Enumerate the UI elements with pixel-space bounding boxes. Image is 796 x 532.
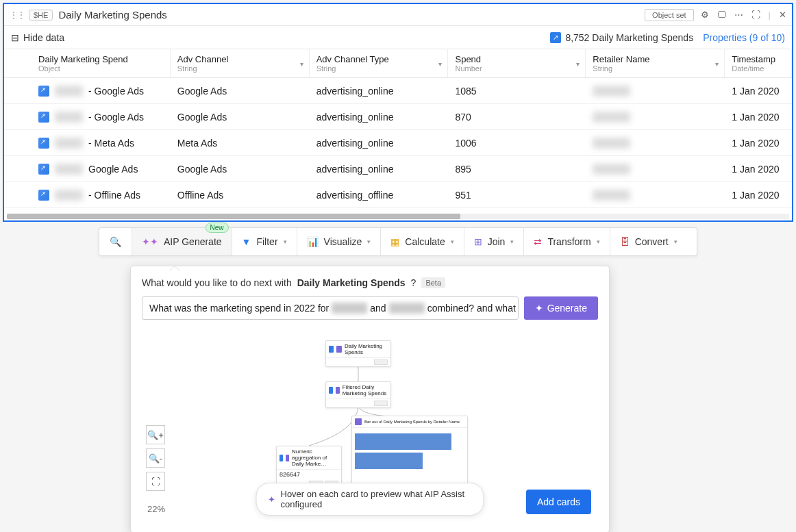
hint-text: Hover on each card to preview what AIP A… xyxy=(281,489,473,509)
redacted-text: xxx xyxy=(55,190,83,201)
zoom-in-button[interactable]: 🔍+ xyxy=(146,425,165,444)
close-icon[interactable]: ✕ xyxy=(779,10,786,20)
transform-icon: ⇄ xyxy=(534,236,542,247)
table-row[interactable]: xxx- Meta Ads Meta Ads advertising_onlin… xyxy=(4,130,792,156)
object-icon: ↗ xyxy=(550,32,561,43)
preview-card-source[interactable]: Daily Marketing Spends xyxy=(325,340,391,367)
col-header-retailer[interactable]: Retailer Name String ▾ xyxy=(586,49,725,77)
join-icon: ⊞ xyxy=(474,236,482,247)
join-button[interactable]: ⊞ Join ▾ xyxy=(464,228,525,255)
cell-channel-type: advertising_online xyxy=(310,86,449,97)
cell-timestamp: 1 Jan 2020 xyxy=(725,112,792,123)
transform-button[interactable]: ⇄ Transform ▾ xyxy=(524,228,610,255)
drag-handle-icon[interactable]: ⋮⋮ xyxy=(10,10,25,20)
redacted-text: xxx xyxy=(55,138,83,149)
database-icon: 🗄 xyxy=(620,236,630,247)
sparkle-icon: ✦ xyxy=(268,494,275,505)
hide-data-label: Hide data xyxy=(23,32,64,43)
convert-label: Convert xyxy=(635,236,669,247)
calculator-icon: ▦ xyxy=(390,236,399,247)
ai-icon xyxy=(336,346,341,353)
beta-badge: Beta xyxy=(421,277,445,288)
expand-icon[interactable]: ⛶ xyxy=(751,10,760,20)
cell-spend: 870 xyxy=(448,112,586,123)
redacted-text: xxxx xyxy=(332,303,367,314)
object-icon xyxy=(38,112,49,123)
table-row[interactable]: xxx- Offline Ads Offline Ads advertising… xyxy=(4,182,792,208)
cell-channel: Google Ads xyxy=(171,164,310,175)
horizontal-scrollbar[interactable] xyxy=(7,214,789,219)
visualize-button[interactable]: 📊 Visualize ▾ xyxy=(297,228,382,255)
row-count: ↗ 8,752 Daily Marketing Spends xyxy=(550,32,693,43)
zoom-controls: 🔍+ 🔍- ⛶ xyxy=(146,425,165,491)
monitor-icon[interactable]: 🖵 xyxy=(717,10,726,20)
add-cards-button[interactable]: Add cards xyxy=(526,490,591,514)
chevron-down-icon[interactable]: ▾ xyxy=(715,60,719,67)
gear-icon[interactable]: ⚙ xyxy=(701,10,709,20)
redacted-text: xxxxx xyxy=(593,190,630,201)
cell-timestamp: 1 Jan 2020 xyxy=(725,86,792,97)
panel-title: Daily Marketing Spends xyxy=(58,9,645,21)
data-table: Daily Marketing Spend Object Adv Channel… xyxy=(4,49,792,220)
search-button[interactable]: 🔍 xyxy=(99,228,132,255)
join-label: Join xyxy=(488,236,506,247)
data-panel: ⋮⋮ $HE Daily Marketing Spends Object set… xyxy=(3,3,793,222)
preview-canvas[interactable]: Daily Marketing Spends Filtered Daily Ma… xyxy=(142,328,598,521)
cell-object: - Offline Ads xyxy=(88,190,140,201)
hide-data-toggle[interactable]: ⊟ Hide data xyxy=(11,32,64,43)
collapse-icon: ⊟ xyxy=(11,32,19,43)
cell-channel: Offline Ads xyxy=(171,190,310,201)
aip-generate-button[interactable]: ✦✦ AIP Generate New xyxy=(132,228,232,255)
query-input[interactable]: What was the marketing spend in 2022 for… xyxy=(142,296,519,320)
ticker-badge: $HE xyxy=(29,10,53,21)
col-header-object[interactable]: Daily Marketing Spend Object xyxy=(4,49,171,77)
generate-label: Generate xyxy=(547,303,587,314)
table-row[interactable]: xxx- Google Ads Google Ads advertising_o… xyxy=(4,104,792,130)
chevron-down-icon[interactable]: ▾ xyxy=(576,60,580,67)
filter-button[interactable]: ▼ Filter ▾ xyxy=(232,228,297,255)
aip-label: AIP Generate xyxy=(164,236,222,247)
cell-object: - Meta Ads xyxy=(88,138,134,149)
zoom-percentage: 22% xyxy=(147,504,165,514)
scrollbar-thumb[interactable] xyxy=(7,214,460,219)
chevron-down-icon: ▾ xyxy=(597,238,600,245)
column-headers: Daily Marketing Spend Object Adv Channel… xyxy=(4,49,792,78)
preview-card-filtered[interactable]: Filtered Daily Marketing Spends xyxy=(325,381,391,408)
object-icon xyxy=(38,86,49,97)
chevron-down-icon[interactable]: ▾ xyxy=(438,60,442,67)
ai-icon xyxy=(286,455,289,461)
col-header-timestamp[interactable]: Timestamp Date/time xyxy=(725,49,792,77)
table-row[interactable]: xxxGoogle Ads Google Ads advertising_onl… xyxy=(4,156,792,182)
chevron-down-icon: ▾ xyxy=(451,238,454,245)
sparkle-icon: ✦ xyxy=(535,303,543,314)
preview-card-aggregation[interactable]: Numeric aggregation of Daily Marke… 8266… xyxy=(276,446,342,488)
search-icon: 🔍 xyxy=(110,236,121,247)
col-header-channel[interactable]: Adv Channel String ▾ xyxy=(171,49,310,77)
cell-spend: 1006 xyxy=(448,138,586,149)
chevron-down-icon[interactable]: ▾ xyxy=(300,60,303,67)
zoom-out-button[interactable]: 🔍- xyxy=(146,448,165,468)
properties-link[interactable]: Properties (9 of 10) xyxy=(703,32,785,43)
chevron-down-icon: ▾ xyxy=(284,238,287,245)
transform-label: Transform xyxy=(547,236,590,247)
convert-button[interactable]: 🗄 Convert ▾ xyxy=(610,228,687,255)
zoom-fit-button[interactable]: ⛶ xyxy=(146,472,165,491)
object-icon xyxy=(38,138,49,149)
redacted-text: xxx xyxy=(55,164,83,175)
col-header-spend[interactable]: Spend Number ▾ xyxy=(448,49,586,77)
col-header-channel-type[interactable]: Adv Channel Type String ▾ xyxy=(310,49,449,77)
calculate-button[interactable]: ▦ Calculate ▾ xyxy=(381,228,464,255)
more-icon[interactable]: ⋯ xyxy=(734,10,743,20)
object-icon xyxy=(329,387,333,394)
object-set-button[interactable]: Object set xyxy=(645,9,694,21)
chevron-down-icon: ▾ xyxy=(674,238,677,245)
cell-channel-type: advertising_online xyxy=(310,112,449,123)
redacted-text: xxxxx xyxy=(593,164,630,175)
redacted-text: xxx xyxy=(55,86,83,97)
object-icon xyxy=(279,455,283,461)
cell-channel: Google Ads xyxy=(171,86,310,97)
calculate-label: Calculate xyxy=(405,236,445,247)
generate-button[interactable]: ✦ Generate xyxy=(524,296,598,320)
table-row[interactable]: xxx- Google Ads Google Ads advertising_o… xyxy=(4,78,792,104)
filter-label: Filter xyxy=(256,236,277,247)
